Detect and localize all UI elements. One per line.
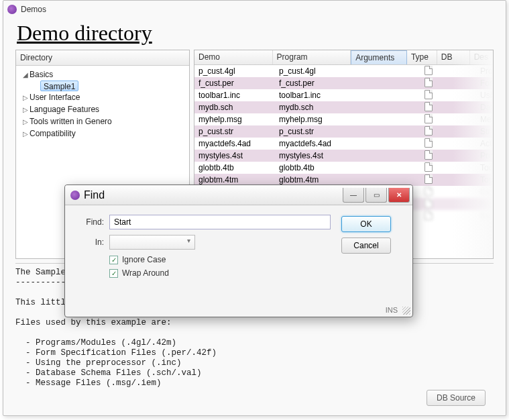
cell-type xyxy=(413,211,444,222)
cell-program: myhelp.msg xyxy=(275,115,355,124)
cell-demo: p_cust.str xyxy=(194,127,275,136)
table-row[interactable]: globtb.4tbglobtb.4tbToo xyxy=(194,162,493,174)
col-demo[interactable]: Demo xyxy=(194,50,273,64)
caret-right-icon: ▷ xyxy=(23,106,30,113)
col-program[interactable]: Program xyxy=(273,50,351,64)
document-icon xyxy=(425,211,433,220)
cell-program: toolbar1.inc xyxy=(275,91,355,100)
cell-program: p_cust.4gl xyxy=(275,66,355,76)
cell-type xyxy=(413,114,444,125)
tree-item-compatibility[interactable]: ▷ Compatibility xyxy=(16,127,189,140)
table-row[interactable]: f_cust.perf_cust.perFor xyxy=(194,77,493,89)
tree-label: Tools written in Genero xyxy=(30,117,112,126)
cell-type xyxy=(413,102,444,113)
maximize-button[interactable]: ▭ xyxy=(365,188,387,203)
find-label: Find: xyxy=(76,217,104,227)
app-icon xyxy=(70,191,80,200)
tree-item-tools[interactable]: ▷ Tools written in Genero xyxy=(16,115,189,127)
cell-program: mystyles.4st xyxy=(275,151,355,160)
in-combo[interactable] xyxy=(109,235,195,250)
wrap-around-row[interactable]: ✓ Wrap Around xyxy=(109,268,341,278)
cell-desc: For xyxy=(477,199,493,209)
find-dialog: Find — ▭ ✕ Find: In: ✓ Ignore Case ✓ Wra… xyxy=(64,185,413,317)
cell-type xyxy=(413,150,444,162)
cell-program: f_cust.per xyxy=(275,78,355,88)
db-source-button[interactable]: DB Source xyxy=(427,390,486,406)
document-icon xyxy=(425,162,433,172)
cell-type xyxy=(413,66,444,77)
tree-label: User Interface xyxy=(30,93,80,102)
tree-item-userinterface[interactable]: ▷ User Interface xyxy=(16,91,189,103)
document-icon xyxy=(425,150,433,160)
checkbox-icon[interactable]: ✓ xyxy=(109,269,118,278)
cell-desc: Co xyxy=(477,187,493,197)
cell-demo: globtm.4tm xyxy=(194,175,275,185)
cell-type xyxy=(413,199,444,210)
cell-desc: For xyxy=(477,78,493,88)
table-row[interactable]: myactdefs.4admyactdefs.4adAct xyxy=(194,138,493,150)
col-desc[interactable]: Des xyxy=(470,50,493,64)
col-db[interactable]: DB xyxy=(437,50,470,64)
table-row[interactable]: p_cust.4glp_cust.4glPro xyxy=(194,65,493,77)
col-arguments[interactable]: Arguments xyxy=(351,50,407,64)
minimize-button[interactable]: — xyxy=(343,188,364,203)
table-row[interactable]: mydb.schmydb.schDat xyxy=(194,101,493,113)
tree-header[interactable]: Directory xyxy=(16,50,189,66)
document-icon xyxy=(425,138,433,148)
document-icon xyxy=(425,66,433,75)
cell-program: globtm.4tm xyxy=(275,175,355,185)
cell-desc: Dat xyxy=(477,103,493,112)
in-label: In: xyxy=(76,238,104,247)
footer-buttons: DB Source xyxy=(427,390,486,406)
cell-type xyxy=(413,162,444,174)
resize-grip-icon[interactable] xyxy=(402,307,410,315)
dialog-title: Find xyxy=(84,189,105,201)
document-icon xyxy=(425,78,433,87)
page-title: Demo directory xyxy=(17,21,152,45)
document-icon xyxy=(425,114,433,123)
cell-type xyxy=(413,90,444,101)
dialog-titlebar[interactable]: Find — ▭ ✕ xyxy=(65,185,412,205)
tree-item-basics[interactable]: ◢ Basics xyxy=(16,68,189,81)
heading-row: Demo directory xyxy=(3,18,506,50)
find-input[interactable] xyxy=(109,215,331,229)
cell-type xyxy=(413,138,444,150)
cell-program: myactdefs.4ad xyxy=(275,139,355,148)
cell-demo: mystyles.4st xyxy=(194,151,275,160)
cell-desc: Act xyxy=(477,139,493,148)
table-row[interactable]: myhelp.msgmyhelp.msgMe xyxy=(194,113,493,125)
caret-right-icon: ▷ xyxy=(23,94,30,101)
tree-label-selected: Sample1 xyxy=(40,81,78,91)
table-row[interactable]: mystyles.4stmystyles.4stPre xyxy=(194,150,493,162)
document-icon xyxy=(425,174,433,184)
cell-demo: myactdefs.4ad xyxy=(194,139,275,148)
cell-desc: Str xyxy=(477,127,493,136)
dialog-actions: OK Cancel xyxy=(341,215,402,278)
cell-program: p_cust.str xyxy=(275,127,355,136)
cell-program: globtb.4tb xyxy=(275,163,355,172)
cell-desc: Pro xyxy=(477,66,493,76)
checkbox-icon[interactable]: ✓ xyxy=(109,256,118,264)
close-button[interactable]: ✕ xyxy=(388,188,410,203)
window-controls: — ▭ ✕ xyxy=(341,188,410,203)
tree-item-sample1[interactable]: Sample1 xyxy=(16,81,189,91)
titlebar[interactable]: Demos xyxy=(3,1,506,18)
dialog-body: Find: In: ✓ Ignore Case ✓ Wrap Around OK… xyxy=(65,205,412,282)
col-type[interactable]: Type xyxy=(407,50,437,64)
cell-demo: p_cust.4gl xyxy=(194,66,275,76)
wrap-around-label: Wrap Around xyxy=(122,268,169,278)
ok-button[interactable]: OK xyxy=(341,216,391,232)
cancel-button[interactable]: Cancel xyxy=(341,238,391,254)
dialog-form: Find: In: ✓ Ignore Case ✓ Wrap Around xyxy=(76,215,341,278)
table-row[interactable]: p_cust.strp_cust.strStr xyxy=(194,125,493,138)
tree-item-languagefeatures[interactable]: ▷ Language Features xyxy=(16,103,189,115)
caret-right-icon: ▷ xyxy=(23,130,30,138)
ignore-case-label: Ignore Case xyxy=(122,255,166,264)
caret-right-icon: ▷ xyxy=(23,118,30,125)
table-row[interactable]: toolbar1.inctoolbar1.incUsi xyxy=(194,89,493,101)
ignore-case-row[interactable]: ✓ Ignore Case xyxy=(109,255,341,264)
cell-type xyxy=(413,126,444,138)
tree-body: ◢ Basics Sample1 ▷ User Interface ▷ Lang… xyxy=(16,66,189,142)
cell-desc: Dat xyxy=(477,211,493,221)
tree-label: Basics xyxy=(30,70,53,79)
